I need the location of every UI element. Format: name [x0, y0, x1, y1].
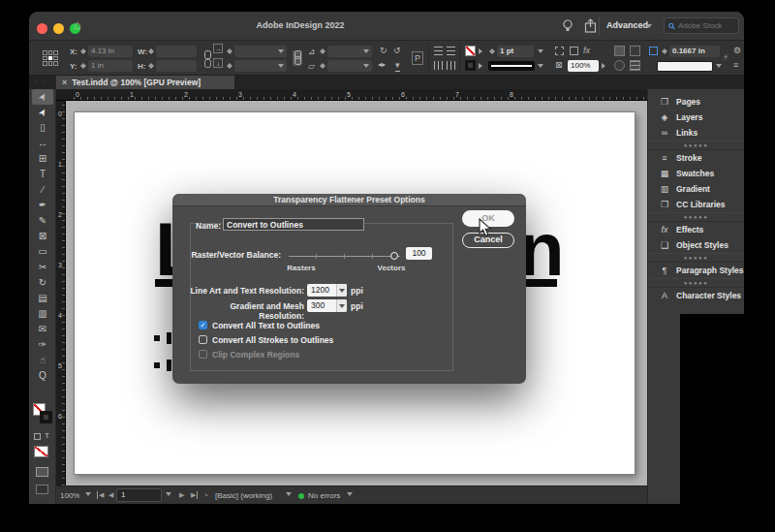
normal-view-mode-icon[interactable] [36, 485, 48, 494]
tool-gradient-feather[interactable]: ▥ [29, 306, 56, 322]
document-tab[interactable]: × Test.indd @ 100% [GPU Preview] [56, 76, 234, 89]
panel-item-links[interactable]: ∞Links [648, 125, 744, 141]
object-style-preview[interactable] [657, 61, 713, 72]
tool-gap[interactable]: ↔ [29, 136, 56, 151]
constrain-dimensions-icon[interactable] [202, 50, 212, 66]
page-number-field[interactable]: 1 [116, 488, 162, 502]
h-stepper[interactable] [147, 60, 154, 72]
text-wrap-bounding-icon[interactable] [630, 46, 640, 56]
tool-rectangle[interactable]: ▭ [29, 244, 56, 260]
next-page-button[interactable]: ▶ [179, 491, 184, 499]
h-field[interactable] [156, 60, 197, 72]
gradient-resolution-select[interactable]: 300 [307, 299, 347, 312]
reference-point-grid[interactable] [43, 50, 58, 66]
search-field[interactable] [664, 17, 739, 34]
rotate-ccw-icon[interactable]: ↺ [393, 45, 401, 56]
tool-scissors[interactable]: ✂ [29, 260, 56, 275]
preflight-icon[interactable]: ◔ [203, 491, 208, 500]
effects-fx-icon[interactable]: fx [583, 45, 590, 56]
chevron-down-icon[interactable] [362, 46, 370, 57]
tool-zoom[interactable]: Q [29, 368, 56, 384]
chevron-down-icon[interactable] [537, 60, 544, 72]
tool-pencil[interactable]: ✎ [29, 213, 56, 229]
formatting-affects-text-icon[interactable]: T [45, 431, 49, 440]
tool-page[interactable]: ▯ [29, 120, 56, 136]
panel-item-layers[interactable]: ◈Layers [648, 110, 744, 125]
distribute-icon[interactable] [447, 61, 455, 70]
convert-text-checkbox[interactable]: ✓ [199, 321, 207, 329]
chevron-down-icon[interactable] [166, 492, 173, 500]
chevron-down-icon[interactable] [85, 492, 93, 500]
convert-strokes-checkbox[interactable] [199, 335, 207, 344]
tool-hand[interactable]: ☝ [29, 353, 56, 368]
search-input[interactable] [678, 21, 734, 30]
chevron-down-icon[interactable] [286, 492, 294, 500]
stroke-weight-stepper[interactable] [488, 46, 495, 57]
slider-handle[interactable] [390, 252, 398, 260]
zoom-level[interactable]: 100% [60, 491, 79, 500]
first-page-button[interactable]: ◀ [97, 491, 104, 499]
panel-item-stroke[interactable]: ≡Stroke [648, 150, 744, 166]
align-left-icon[interactable] [434, 47, 443, 55]
panel-collapse-dots[interactable]: · · [35, 78, 46, 86]
slant-stepper[interactable] [319, 60, 326, 72]
home-icon[interactable]: ⌂ [74, 19, 81, 31]
preflight-profile[interactable]: [Basic] (working) [215, 491, 272, 500]
opacity-field[interactable]: 100% [568, 60, 599, 72]
formatting-affects-container-icon[interactable] [34, 433, 41, 440]
window-minimize-button[interactable] [53, 23, 64, 34]
previous-page-button[interactable]: ◀ [108, 491, 113, 499]
apply-none-swatch[interactable] [34, 446, 48, 457]
last-page-button[interactable]: ▶ [191, 491, 198, 499]
stroke-style-preview[interactable] [488, 61, 535, 71]
stroke-proxy-swatch[interactable] [40, 411, 52, 423]
window-close-button[interactable] [37, 23, 47, 34]
panel-item-object-styles[interactable]: ❑Object Styles [648, 237, 744, 253]
auto-fit-frame-icon[interactable] [649, 47, 658, 55]
tool-eyedropper[interactable]: ✑ [29, 337, 56, 353]
panel-menu-icon[interactable]: ≡ [733, 59, 738, 71]
tool-note[interactable]: ✉ [29, 322, 56, 337]
vertical-ruler[interactable]: 0 1 2 3 4 5 6 [56, 101, 66, 485]
lightbulb-icon[interactable] [562, 18, 574, 34]
text-wrap-none-icon[interactable] [614, 46, 625, 56]
panel-item-character-styles[interactable]: ACharacter Styles [648, 288, 744, 303]
chevron-down-icon[interactable] [336, 284, 347, 297]
panel-item-paragraph-styles[interactable]: ¶Paragraph Styles [648, 263, 744, 278]
chevron-down-icon[interactable] [336, 299, 347, 312]
panel-item-swatches[interactable]: ▦Swatches [648, 166, 744, 181]
flip-horizontal-icon[interactable]: ◂▸ [378, 59, 386, 71]
align-top-icon[interactable] [434, 61, 443, 70]
select-container-icon[interactable]: P [412, 51, 423, 65]
tool-rectangle-frame[interactable]: ⊠ [29, 229, 56, 244]
transparency-icon[interactable]: ⊠ [555, 59, 563, 71]
dock-group-divider[interactable]: ●●●●● [648, 253, 744, 263]
panel-item-effects[interactable]: fxEffects [648, 222, 744, 237]
y-field[interactable]: 1 in [88, 60, 133, 72]
align-center-icon[interactable] [447, 47, 455, 55]
tool-selection[interactable]: ➤ [32, 89, 53, 105]
tool-pen[interactable]: ✒ [29, 198, 56, 213]
convert-strokes-label[interactable]: Convert All Strokes to Outlines [212, 335, 333, 345]
tool-gradient-swatch[interactable]: ▤ [29, 291, 56, 306]
preflight-status[interactable]: No errors [308, 491, 340, 500]
dialog-title[interactable]: Transparency Flattener Preset Options [172, 194, 526, 206]
fill-swatch-none[interactable] [465, 46, 476, 56]
tool-direct-selection[interactable]: ➤ [29, 105, 56, 120]
chevron-down-icon[interactable] [537, 46, 544, 57]
chevron-right-icon[interactable] [602, 60, 607, 72]
tool-content-collector[interactable]: ⊞ [29, 151, 56, 167]
scale-x-stepper[interactable] [226, 46, 232, 57]
lineart-resolution-select[interactable]: 1200 [307, 284, 347, 297]
tool-free-transform[interactable]: ↻ [29, 275, 56, 291]
chevron-down-icon[interactable] [645, 20, 653, 32]
x-stepper[interactable] [79, 46, 86, 57]
tool-type[interactable]: T [29, 167, 56, 182]
corner-shape-icon[interactable] [570, 47, 578, 55]
dock-group-divider[interactable]: ●●●●● [648, 212, 744, 222]
w-field[interactable] [156, 46, 197, 57]
panel-item-pages[interactable]: ❐Pages [648, 94, 744, 110]
tool-line[interactable]: ∕ [29, 182, 56, 198]
x-field[interactable]: 4.13 in [88, 46, 133, 57]
stroke-weight-field[interactable]: 1 pt [497, 46, 534, 57]
